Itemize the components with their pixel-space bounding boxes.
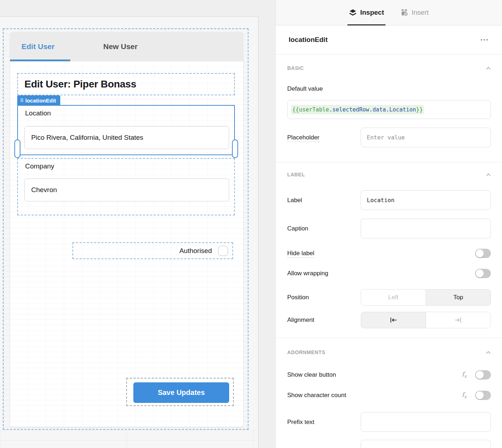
tab-edit-user[interactable]: Edit User bbox=[22, 32, 55, 61]
tab-inspect-label: Inspect bbox=[360, 9, 384, 16]
align-left-icon bbox=[389, 317, 397, 323]
caption-row-label: Caption bbox=[287, 225, 361, 232]
resize-handle-right[interactable] bbox=[232, 139, 238, 158]
default-value-input[interactable]: {{userTable.selectedRow.data.Location}} bbox=[287, 100, 491, 119]
inspector-panel: Inspect Insert locationEdit ••• BASIC De… bbox=[275, 0, 502, 448]
form-tabs-header: Edit User New User bbox=[10, 32, 243, 61]
basic-section-title: BASIC bbox=[287, 65, 304, 71]
location-input-component[interactable]: Location Pico Rivera, California, United… bbox=[17, 105, 235, 155]
align-right-icon bbox=[454, 317, 462, 323]
show-count-label: Show character count bbox=[287, 392, 462, 399]
component-header: locationEdit ••• bbox=[276, 25, 502, 54]
layers-icon bbox=[349, 9, 357, 16]
label-section-title: LABEL bbox=[287, 172, 305, 177]
fx-icon[interactable]: fx bbox=[462, 371, 467, 379]
location-input[interactable]: Pico Rivera, California, United States bbox=[24, 126, 229, 149]
alignment-label: Alignment bbox=[287, 316, 361, 324]
position-segmented-control: Left Top bbox=[361, 289, 491, 306]
hide-label-toggle[interactable] bbox=[475, 249, 491, 258]
tab-new-user[interactable]: New User bbox=[103, 32, 138, 61]
caption-input[interactable] bbox=[361, 219, 491, 238]
form-title: Edit User: Piper Bonass bbox=[18, 78, 136, 90]
align-right-option[interactable] bbox=[426, 312, 491, 328]
position-label: Position bbox=[287, 294, 361, 301]
section-divider bbox=[276, 162, 502, 162]
alignment-segmented-control bbox=[361, 312, 491, 328]
default-value-expression: {{userTable.selectedRow.data.Location}} bbox=[291, 105, 424, 114]
company-input[interactable]: Chevron bbox=[24, 178, 229, 201]
form-body: Edit User: Piper Bonass ⠿ locationEdit L… bbox=[10, 61, 243, 427]
label-input[interactable]: Location bbox=[361, 190, 491, 210]
save-button-component[interactable]: Save Updates bbox=[126, 378, 234, 406]
show-clear-label: Show clear button bbox=[287, 371, 462, 378]
collapse-chevron-icon[interactable] bbox=[486, 173, 491, 176]
insert-component-icon bbox=[401, 9, 408, 16]
suffix-text-input[interactable] bbox=[361, 440, 491, 448]
company-input-component[interactable]: Company Chevron bbox=[17, 158, 235, 215]
align-left-option[interactable] bbox=[361, 312, 426, 328]
selected-component-badge[interactable]: ⠿ locationEdit bbox=[17, 95, 60, 105]
component-name: locationEdit bbox=[289, 36, 328, 44]
inspector-tabbar: Inspect Insert bbox=[276, 0, 502, 25]
tab-insert[interactable]: Insert bbox=[401, 0, 429, 25]
more-menu-button[interactable]: ••• bbox=[480, 37, 489, 43]
show-count-toggle[interactable] bbox=[475, 391, 491, 400]
tab-inspect[interactable]: Inspect bbox=[349, 0, 384, 25]
position-top-option[interactable]: Top bbox=[426, 290, 491, 305]
default-value-label: Default value bbox=[287, 85, 491, 92]
selected-component-name: locationEdit bbox=[25, 97, 56, 104]
fx-icon[interactable]: fx bbox=[462, 391, 467, 399]
section-adornments: ADORNMENTS Show clear button fx Show cha… bbox=[276, 349, 502, 448]
hide-label-label: Hide label bbox=[287, 250, 361, 257]
location-label: Location bbox=[25, 109, 51, 117]
resize-handle-left[interactable] bbox=[14, 139, 20, 158]
form-card: Edit User New User Edit User: Piper Bona… bbox=[10, 32, 243, 427]
app-canvas: Edit User New User Edit User: Piper Bona… bbox=[0, 16, 259, 448]
collapse-chevron-icon[interactable] bbox=[486, 351, 491, 354]
canvas-grid bbox=[0, 430, 258, 448]
collapse-chevron-icon[interactable] bbox=[486, 67, 491, 70]
allow-wrapping-toggle[interactable] bbox=[475, 269, 491, 278]
title-component[interactable]: Edit User: Piper Bonass bbox=[17, 73, 235, 95]
section-label: LABEL Label Location Caption Hide label bbox=[276, 172, 502, 328]
placeholder-input[interactable]: Enter value bbox=[361, 128, 491, 147]
label-row-label: Label bbox=[287, 197, 361, 204]
section-divider bbox=[276, 338, 502, 338]
placeholder-label: Placeholder bbox=[287, 134, 361, 141]
placeholder-input-text: Enter value bbox=[367, 134, 405, 141]
adornments-section-title: ADORNMENTS bbox=[287, 349, 325, 355]
show-clear-toggle[interactable] bbox=[475, 370, 491, 380]
prefix-text-input[interactable] bbox=[361, 412, 491, 432]
prefix-text-label: Prefix text bbox=[287, 419, 361, 426]
drag-handle-icon[interactable]: ⠿ bbox=[20, 98, 23, 103]
save-updates-button[interactable]: Save Updates bbox=[133, 382, 229, 403]
allow-wrapping-label: Allow wrapping bbox=[287, 270, 361, 277]
authorised-checkbox-component[interactable]: Authorised bbox=[72, 242, 233, 259]
authorised-checkbox[interactable] bbox=[218, 246, 228, 256]
company-label: Company bbox=[25, 162, 54, 170]
authorised-label: Authorised bbox=[179, 247, 212, 255]
position-left-option[interactable]: Left bbox=[361, 290, 426, 305]
tab-insert-label: Insert bbox=[412, 9, 429, 16]
section-basic: BASIC Default value {{userTable.selected… bbox=[276, 65, 502, 147]
